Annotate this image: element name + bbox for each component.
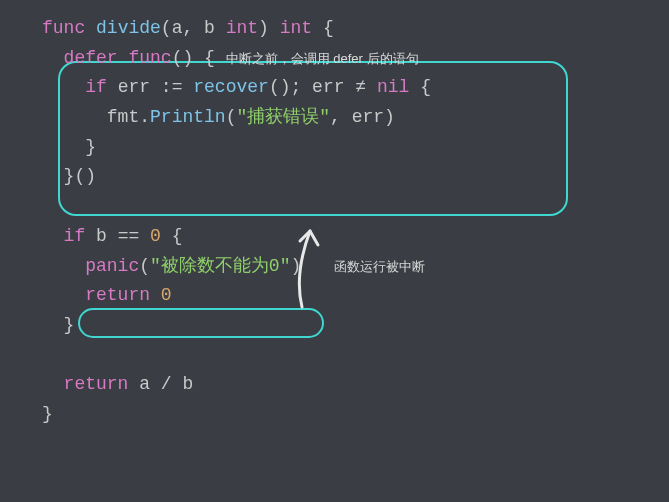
blank-line-2: [42, 341, 669, 371]
code-line-2: defer func() { 中断之前，会调用 defer 后的语句: [42, 44, 669, 74]
code-line-9: return 0: [42, 281, 669, 311]
defer-annotation: 中断之前，会调用 defer 后的语句: [226, 51, 419, 66]
code-line-8: panic("被除数不能为0") 函数运行被中断: [42, 252, 669, 282]
code-line-12: }: [42, 400, 669, 430]
code-line-3: if err := recover(); err ≠ nil {: [42, 73, 669, 103]
code-block: func divide(a, b int) int { defer func()…: [0, 14, 669, 430]
code-line-11: return a / b: [42, 370, 669, 400]
code-line-6: }(): [42, 162, 669, 192]
code-line-4: fmt.Println("捕获错误", err): [42, 103, 669, 133]
code-line-10: }: [42, 311, 669, 341]
code-line-7: if b == 0 {: [42, 222, 669, 252]
code-line-5: }: [42, 133, 669, 163]
code-line-1: func divide(a, b int) int {: [42, 14, 669, 44]
blank-line: [42, 192, 669, 222]
panic-annotation: 函数运行被中断: [334, 259, 425, 274]
